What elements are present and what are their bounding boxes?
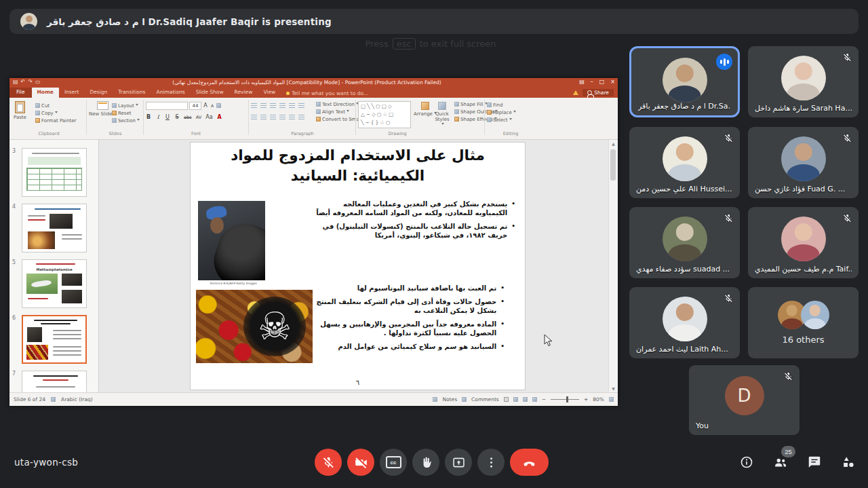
participant-tile-sarah[interactable]: سارة هاشم داخل Sarah Ha... (748, 46, 859, 117)
tab-animations[interactable]: Animations (151, 88, 191, 98)
font-size-box[interactable]: 44 (189, 102, 201, 110)
quick-access-toolbar[interactable]: ▤↶↷▭ (13, 79, 43, 85)
font-color-button[interactable]: A (217, 114, 222, 120)
chat-button[interactable] (806, 453, 823, 471)
reset-button[interactable]: Reset (112, 109, 140, 117)
underline-button[interactable]: U (165, 114, 170, 120)
quick-styles-button[interactable]: Quick Styles (434, 100, 450, 128)
italic-button[interactable]: I (155, 114, 161, 120)
shadow-button[interactable]: abc (184, 115, 192, 120)
scrollbar-thumb[interactable] (610, 149, 616, 181)
slide-thumbnail-3[interactable] (22, 148, 87, 197)
tab-review[interactable]: Review (229, 88, 258, 98)
paste-button[interactable]: Paste (14, 99, 26, 120)
participant-tile-suadad[interactable]: سؤدد صفاء مهدي suadad ... (629, 207, 740, 278)
strikethrough-button[interactable]: S (174, 114, 180, 120)
new-slide-icon (97, 101, 108, 110)
arrange-button[interactable]: Arrange (414, 100, 437, 117)
slide-thumbnail-7[interactable] (22, 371, 87, 392)
participant-tile-ali[interactable]: علي حسين دمن Ali Hussei... (629, 127, 740, 198)
select-button[interactable]: Select (487, 116, 516, 124)
slideshow-view-button[interactable] (532, 397, 537, 402)
zoom-out-button[interactable]: − (542, 396, 546, 402)
fit-to-window-button[interactable] (609, 397, 614, 402)
participant-tile-dr-sadiq[interactable]: ا م د صادق جعفر باقر Dr.Sa... (629, 46, 740, 117)
participant-tile-taif[interactable]: م.م طيف حسين المميدي Taif... (748, 207, 859, 278)
character-spacing-button[interactable]: AV (196, 115, 201, 120)
slide-sorter-view-button[interactable] (513, 397, 518, 402)
zoom-slider[interactable] (551, 399, 579, 400)
undo-icon[interactable]: ↶ (21, 79, 28, 85)
notes-button[interactable]: Notes (442, 396, 457, 402)
save-icon[interactable]: ▤ (13, 79, 21, 85)
participant-tile-laith[interactable]: ليث احمد عمران Laith Ah... (629, 287, 740, 358)
mic-toggle-button[interactable] (315, 449, 342, 476)
tab-view[interactable]: View (258, 88, 281, 98)
mic-off-icon (842, 52, 852, 62)
normal-view-button[interactable] (504, 397, 509, 402)
participants-button[interactable]: 25 (772, 453, 789, 471)
reading-view-button[interactable] (523, 397, 528, 402)
captions-button[interactable]: cc (380, 449, 407, 476)
language-indicator[interactable]: Arabic (Iraq) (61, 396, 93, 402)
camera-toggle-button[interactable] (347, 449, 374, 476)
shrink-font-button[interactable]: A (210, 103, 215, 108)
restore-button[interactable]: □ (599, 79, 605, 85)
clear-formatting-icon[interactable] (216, 103, 221, 108)
replace-button[interactable]: Replace (487, 109, 516, 116)
participant-tile-fuad[interactable]: فؤاد غازي حسن Fuad G. ... (748, 127, 859, 198)
shapes-gallery[interactable]: □╲╲○□◇ △~◇○☆□ ╲~{}☆○ (358, 101, 411, 128)
copy-button[interactable]: Copy (35, 109, 76, 117)
zoom-in-button[interactable]: + (584, 396, 588, 402)
tab-transitions[interactable]: Transitions (113, 88, 151, 98)
presenting-banner: ا م د صادق جعفر باقر Dr.Sadiq Jaafer Baq… (9, 9, 859, 34)
participant-tile-others[interactable]: 16 others (748, 287, 859, 358)
more-options-button[interactable] (477, 449, 505, 476)
layout-button[interactable]: Layout (112, 102, 140, 109)
tab-slide-show[interactable]: Slide Show (191, 88, 229, 98)
scroll-up-icon[interactable]: ▲ (609, 141, 618, 146)
section-button[interactable]: Section (112, 117, 140, 124)
grow-font-button[interactable]: A (203, 102, 208, 109)
tab-file[interactable]: File (9, 88, 32, 98)
minimize-button[interactable]: – (591, 79, 593, 85)
slide-thumbnail-panel[interactable]: 3 4 5 Methamphetami (9, 140, 99, 392)
change-case-button[interactable]: Aa (205, 114, 212, 120)
tab-insert[interactable]: Insert (59, 88, 85, 98)
avatar (663, 297, 707, 341)
scroll-down-icon[interactable]: ▼ (609, 386, 618, 391)
meeting-details-button[interactable] (738, 453, 755, 471)
drawing-group: □╲╲○□◇ △~◇○☆□ ╲~{}☆○ Arrange Quick Style… (358, 99, 477, 136)
ppt-ribbon-tabs: File Home Insert Design Transitions Anim… (9, 88, 618, 98)
font-group: 44 A A B I U S abc AV Aa A Font (146, 99, 246, 136)
end-call-button[interactable] (510, 449, 549, 476)
tell-me-box[interactable]: Tell me what you want to do... (286, 88, 368, 98)
activities-icon (841, 455, 856, 470)
vertical-scrollbar[interactable]: ▲ ▼ (608, 140, 618, 392)
activities-button[interactable] (840, 453, 857, 471)
tab-design[interactable]: Design (84, 88, 113, 98)
notes-icon[interactable] (433, 397, 437, 402)
zoom-percentage[interactable]: 80% (593, 396, 604, 402)
tab-home[interactable]: Home (32, 88, 59, 98)
avatar (663, 217, 707, 261)
slideshow-icon[interactable]: ▭ (35, 79, 43, 85)
bold-button[interactable]: B (146, 114, 151, 120)
redo-icon[interactable]: ↷ (28, 79, 35, 85)
find-button[interactable]: Find (487, 101, 516, 109)
ribbon-options-icon[interactable]: ▤ (579, 79, 585, 85)
close-button[interactable]: × (610, 79, 615, 85)
format-painter-button[interactable]: Format Painter (35, 117, 76, 124)
font-name-box[interactable] (146, 102, 188, 110)
share-button[interactable]: Share (583, 89, 614, 96)
comments-icon[interactable] (462, 397, 467, 402)
slide-thumbnail-6-selected[interactable] (22, 315, 87, 364)
comments-button[interactable]: Comments (471, 396, 499, 402)
spellcheck-icon[interactable] (51, 397, 56, 402)
cut-button[interactable]: Cut (35, 102, 76, 109)
raise-hand-button[interactable] (412, 449, 439, 476)
self-tile[interactable]: D You (689, 365, 800, 435)
slide-thumbnail-4[interactable] (22, 204, 87, 252)
slide-thumbnail-5[interactable]: Methamphetamine (22, 259, 87, 308)
present-button[interactable] (445, 449, 472, 476)
